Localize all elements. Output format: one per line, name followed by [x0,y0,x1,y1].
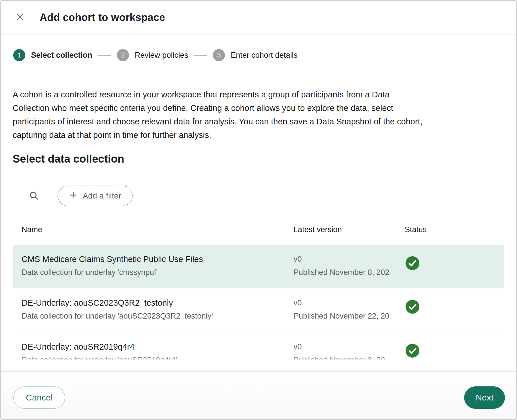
step-3-indicator: 3 [213,49,225,61]
step-1-indicator: 1 [13,49,25,61]
name-cell: DE-Underlay: aouSC2023Q3R2_testonly Data… [22,298,294,332]
step-1-label: Select collection [31,51,92,60]
search-button[interactable] [28,190,40,202]
collection-name: CMS Medicare Claims Synthetic Public Use… [22,254,294,264]
status-cell [405,298,504,332]
version-label: v0 [294,298,405,308]
table-row[interactable]: DE-Underlay: aouSC2023Q3R2_testonly Data… [13,288,504,332]
description-line: Collection who meet specific criteria yo… [13,101,504,115]
version-cell: v0 Published November 8, 202 [294,254,405,288]
collection-name: DE-Underlay: aouSR2019q4r4 [22,342,294,352]
plus-icon [69,191,78,201]
column-header-name: Name [22,225,294,234]
next-button[interactable]: Next [464,386,505,409]
add-filter-label: Add a filter [83,191,121,201]
check-circle-icon [406,266,419,271]
wizard-stepper: 1 Select collection 2 Review policies 3 … [13,49,516,61]
cancel-button[interactable]: Cancel [13,386,65,409]
version-label: v0 [294,342,405,352]
version-cell: v0 Published November 8, 20 [294,342,405,360]
published-label: Published November 8, 202 [294,268,405,277]
table-header-row: Name Latest version Status [13,225,504,234]
column-header-status: Status [405,225,504,234]
status-cell [405,342,504,360]
version-label: v0 [294,254,405,264]
step-connector [98,55,111,56]
dialog-title: Add cohort to workspace [40,11,165,24]
add-filter-button[interactable]: Add a filter [57,186,133,206]
step-2-label: Review policies [135,51,188,60]
check-circle-icon [406,310,419,315]
published-label: Published November 8, 20 [294,355,405,360]
version-cell: v0 Published November 22, 20 [294,298,405,332]
filter-bar: Add a filter [1,186,516,206]
table-row[interactable]: DE-Underlay: aouSR2019q4r4 Data collecti… [13,332,504,360]
description-line: A cohort is a controlled resource in you… [13,88,504,101]
step-review-policies[interactable]: 2 Review policies [117,49,188,61]
step-enter-cohort-details[interactable]: 3 Enter cohort details [213,49,298,61]
add-cohort-dialog: Add cohort to workspace 1 Select collect… [0,0,517,420]
collection-name: DE-Underlay: aouSC2023Q3R2_testonly [22,298,294,308]
collection-description: Data collection for underlay 'aouSC2023Q… [22,311,294,321]
close-button[interactable] [14,11,26,24]
step-connector [194,55,207,56]
search-icon [29,190,39,202]
step-2-indicator: 2 [117,49,129,61]
collection-description: Data collection for underlay 'cmssynpuf' [22,268,294,277]
description-line: capturing data at that point in time for… [13,128,504,142]
close-icon [15,11,26,23]
dialog-header: Add cohort to workspace [1,1,516,34]
check-circle-icon [406,354,419,359]
status-cell [405,254,504,288]
collection-description: Data collection for underlay 'aouSR2019q… [22,355,294,360]
section-heading: Select data collection [13,153,516,165]
published-label: Published November 22, 20 [294,311,405,321]
name-cell: CMS Medicare Claims Synthetic Public Use… [22,254,294,288]
cohort-description: A cohort is a controlled resource in you… [13,88,504,142]
table-scroll-area[interactable]: CMS Medicare Claims Synthetic Public Use… [13,245,504,360]
table-row[interactable]: CMS Medicare Claims Synthetic Public Use… [13,245,504,288]
dialog-footer: Cancel Next [1,371,516,419]
data-collection-table: Name Latest version Status CMS Medicare … [13,225,504,360]
column-header-latest-version: Latest version [294,225,405,234]
description-line: participants of interest and choose rele… [13,115,504,128]
step-select-collection[interactable]: 1 Select collection [13,49,92,61]
name-cell: DE-Underlay: aouSR2019q4r4 Data collecti… [22,342,294,360]
step-3-label: Enter cohort details [231,51,298,60]
